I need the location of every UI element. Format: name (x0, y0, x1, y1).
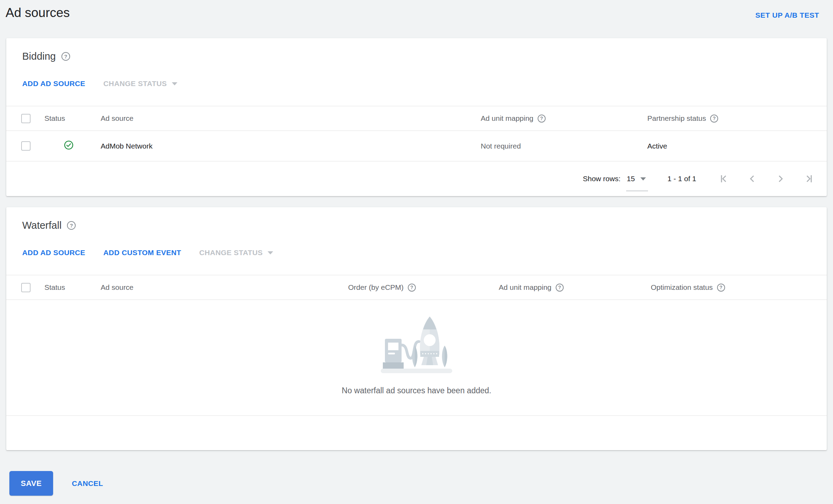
rows-per-page-select[interactable]: 15 (626, 174, 648, 184)
waterfall-change-status-label: CHANGE STATUS (199, 249, 263, 257)
bidding-actions: ADD AD SOURCE CHANGE STATUS (6, 62, 827, 106)
row-checkbox[interactable] (21, 141, 31, 151)
bidding-select-all-checkbox[interactable] (21, 114, 31, 123)
chevron-down-icon (172, 82, 177, 85)
bidding-select-all-cell (21, 114, 44, 123)
row-status-cell (44, 140, 101, 152)
ad-unit-mapping-help-icon[interactable]: ? (538, 115, 546, 123)
chevron-down-icon (268, 251, 273, 254)
cancel-button[interactable]: CANCEL (72, 479, 103, 488)
column-header-ad-source: Ad source (101, 283, 348, 292)
column-header-ad-source: Ad source (101, 114, 481, 123)
column-header-order-by-ecpm: Order (by eCPM) ? (348, 283, 499, 292)
previous-page-icon[interactable] (747, 174, 757, 184)
bidding-change-status-button: CHANGE STATUS (103, 79, 177, 88)
bidding-change-status-label: CHANGE STATUS (103, 79, 167, 88)
show-rows-label: Show rows: (583, 175, 621, 183)
bidding-card-header: Bidding ? (6, 38, 827, 62)
bidding-card: Bidding ? ADD AD SOURCE CHANGE STATUS St… (6, 38, 827, 196)
waterfall-change-status-button: CHANGE STATUS (199, 249, 273, 257)
partnership-status-help-icon[interactable]: ? (710, 115, 718, 123)
last-page-icon[interactable] (804, 174, 814, 184)
waterfall-add-custom-event-button[interactable]: ADD CUSTOM EVENT (103, 249, 181, 257)
bottom-actions: SAVE CANCEL (9, 471, 833, 496)
chevron-down-icon (640, 177, 646, 180)
rocket-fuel-pump-illustration (377, 314, 456, 376)
row-partnership-status: Active (647, 142, 827, 150)
waterfall-empty-message: No waterfall ad sources have been added. (342, 386, 491, 395)
optimization-status-help-icon[interactable]: ? (717, 284, 725, 292)
bidding-add-ad-source-button[interactable]: ADD AD SOURCE (22, 79, 85, 88)
column-header-status: Status (44, 283, 101, 292)
row-ad-source: AdMob Network (101, 142, 481, 150)
column-header-ad-unit-mapping: Ad unit mapping ? (499, 283, 651, 292)
rows-per-page-value: 15 (627, 175, 635, 183)
bidding-pagination: Show rows: 15 1 - 1 of 1 (6, 161, 827, 196)
pager (718, 174, 814, 184)
waterfall-actions: ADD AD SOURCE ADD CUSTOM EVENT CHANGE ST… (6, 231, 827, 275)
waterfall-table-header: Status Ad source Order (by eCPM) ? Ad un… (6, 275, 827, 300)
order-by-ecpm-help-icon[interactable]: ? (408, 284, 416, 292)
bidding-title: Bidding (22, 51, 56, 62)
waterfall-card: Waterfall ? ADD AD SOURCE ADD CUSTOM EVE… (6, 207, 827, 450)
waterfall-empty-state: No waterfall ad sources have been added. (6, 300, 827, 415)
bidding-help-icon[interactable]: ? (61, 52, 70, 61)
pagination-range: 1 - 1 of 1 (667, 175, 696, 183)
set-up-ab-test-link[interactable]: SET UP A/B TEST (755, 11, 819, 19)
column-header-status: Status (44, 114, 101, 123)
column-header-ad-unit-mapping: Ad unit mapping ? (481, 114, 647, 123)
first-page-icon[interactable] (718, 174, 729, 184)
page-title: Ad sources (6, 6, 70, 20)
waterfall-title: Waterfall (22, 220, 61, 231)
page-header: Ad sources SET UP A/B TEST (0, 0, 833, 20)
bidding-table-header: Status Ad source Ad unit mapping ? Partn… (6, 106, 827, 131)
next-page-icon[interactable] (775, 174, 786, 184)
table-row[interactable]: AdMob Network Not required Active (6, 131, 827, 161)
check-circle-icon (64, 140, 74, 150)
column-header-optimization-status: Optimization status ? (651, 283, 827, 292)
waterfall-card-header: Waterfall ? (6, 207, 827, 231)
waterfall-select-all-checkbox[interactable] (21, 283, 31, 292)
row-ad-unit-mapping: Not required (481, 142, 647, 150)
waterfall-select-all-cell (21, 283, 44, 292)
waterfall-help-icon[interactable]: ? (67, 221, 76, 230)
waterfall-footer (6, 415, 827, 450)
ad-unit-mapping-help-icon[interactable]: ? (556, 284, 564, 292)
column-header-partnership-status: Partnership status ? (647, 114, 827, 123)
waterfall-add-ad-source-button[interactable]: ADD AD SOURCE (22, 249, 85, 257)
row-checkbox-cell (21, 141, 44, 151)
save-button[interactable]: SAVE (9, 471, 53, 496)
